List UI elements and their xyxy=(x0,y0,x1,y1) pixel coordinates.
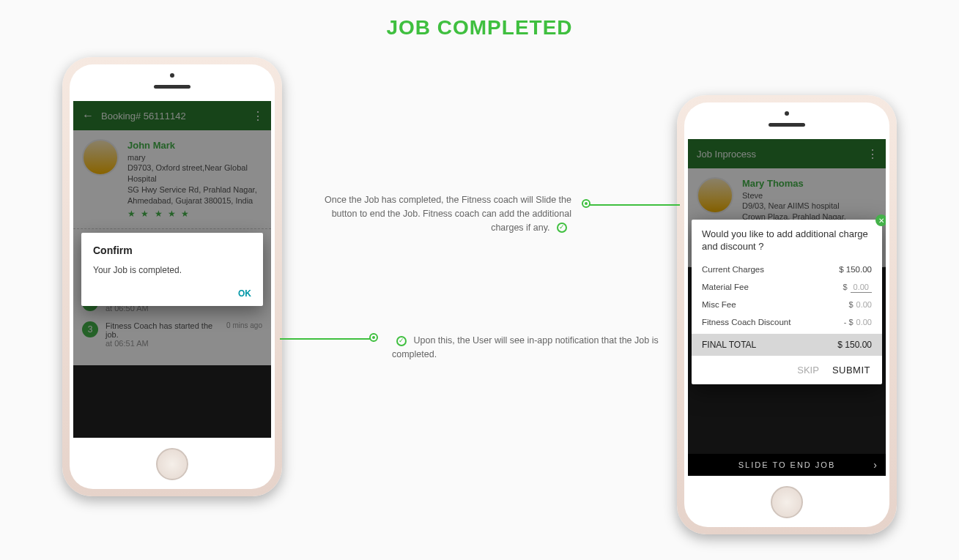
discount-input[interactable]: 0.00 xyxy=(856,318,872,326)
misc-fee-input[interactable]: 0.00 xyxy=(856,300,872,309)
material-fee-label: Material Fee xyxy=(702,283,749,291)
connector-dot xyxy=(582,199,590,208)
camera-dot xyxy=(785,111,789,116)
misc-fee-row: Misc Fee $0.00 xyxy=(702,296,872,313)
final-total-row: FINAL TOTAL $ 150.00 xyxy=(692,334,882,356)
home-button[interactable] xyxy=(156,448,188,480)
ok-button[interactable]: OK xyxy=(93,288,251,299)
submit-button[interactable]: SUBMIT xyxy=(832,365,870,376)
confirm-message: Your Job is completed. xyxy=(93,265,251,275)
slide-label: SLIDE TO END JOB xyxy=(738,460,835,469)
callout-2: ✓ Upon this, the User will see in-app no… xyxy=(392,334,659,362)
home-button[interactable] xyxy=(771,486,803,518)
callout-1: Once the Job has completed, the Fitness … xyxy=(304,193,571,234)
confirm-title: Confirm xyxy=(93,244,251,256)
material-fee-input[interactable]: 0.00 xyxy=(851,283,872,293)
speaker xyxy=(154,85,190,89)
page-title: JOB COMPLETED xyxy=(0,0,959,40)
phone-screen: Job Inprocess ⋮ Mary Thomas Steve D9/03,… xyxy=(688,139,886,476)
misc-fee-label: Misc Fee xyxy=(702,300,736,309)
discount-row: Fitness Coach Discount - $0.00 xyxy=(702,313,872,331)
connector-line xyxy=(280,338,374,340)
current-charges-row: Current Charges $ 150.00 xyxy=(702,261,872,278)
currency-symbol: $ xyxy=(848,300,853,309)
speaker xyxy=(769,123,805,127)
slide-to-end-bar[interactable]: SLIDE TO END JOB › xyxy=(688,454,886,476)
connector-dot xyxy=(369,333,378,342)
currency-symbol: - $ xyxy=(844,318,854,326)
final-total-value: $ 150.00 xyxy=(837,340,872,350)
connector-line xyxy=(586,204,680,206)
camera-dot xyxy=(170,73,174,78)
discount-label: Fitness Coach Discount xyxy=(702,318,790,326)
dialog-question: Would you like to add additional charge … xyxy=(702,228,872,253)
material-fee-row: Material Fee $0.00 xyxy=(702,278,872,296)
phone-screen: ← Booking# 56111142 ⋮ John Mark mary D97… xyxy=(73,101,271,438)
phone-right: Job Inprocess ⋮ Mary Thomas Steve D9/03,… xyxy=(677,95,897,534)
current-charges-value: $ 150.00 xyxy=(839,265,872,274)
skip-button[interactable]: SKIP xyxy=(797,365,819,376)
confirm-dialog: Confirm Your Job is completed. OK xyxy=(81,233,263,306)
close-icon[interactable]: ✕ xyxy=(875,214,886,226)
chevron-right-icon: › xyxy=(873,459,878,471)
current-charges-label: Current Charges xyxy=(702,265,764,274)
check-icon: ✓ xyxy=(557,223,567,233)
check-icon: ✓ xyxy=(396,336,407,346)
currency-symbol: $ xyxy=(843,283,847,291)
final-total-label: FINAL TOTAL xyxy=(702,340,756,350)
charges-dialog: ✕ Would you like to add additional charg… xyxy=(692,220,882,384)
phone-left: ← Booking# 56111142 ⋮ John Mark mary D97… xyxy=(62,57,282,496)
